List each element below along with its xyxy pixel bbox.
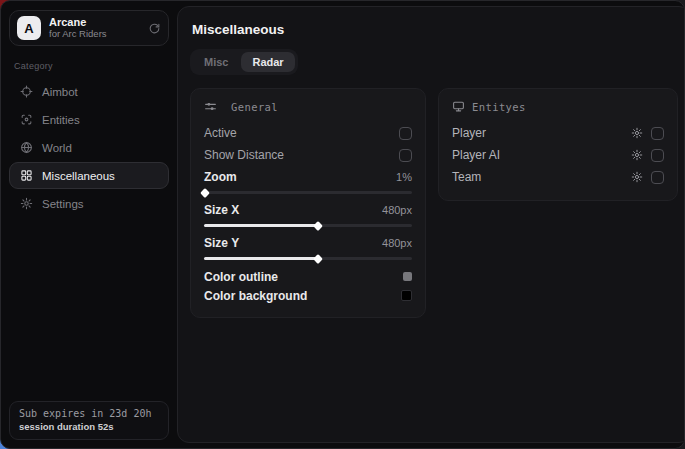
color-outline-swatch[interactable] xyxy=(403,272,412,281)
sidebar-item-label: World xyxy=(42,142,72,154)
size-y-value: 480px xyxy=(382,237,412,249)
size-x-row: Size X 480px xyxy=(204,201,412,219)
team-label: Team xyxy=(452,170,481,184)
size-y-slider-fill xyxy=(204,257,318,260)
size-x-slider-thumb[interactable] xyxy=(313,221,323,231)
color-background-row: Color background xyxy=(204,286,412,305)
sliders-icon xyxy=(204,100,217,113)
refresh-icon[interactable] xyxy=(148,22,161,35)
player-ai-label: Player AI xyxy=(452,148,500,162)
team-checkbox[interactable] xyxy=(651,171,664,184)
tab-radar[interactable]: Radar xyxy=(241,52,294,72)
sidebar-item-label: Settings xyxy=(42,198,84,210)
zoom-label: Zoom xyxy=(204,170,237,184)
player-controls xyxy=(631,127,664,140)
team-controls xyxy=(631,171,664,184)
zoom-value: 1% xyxy=(396,171,412,183)
brand-title: Arcane xyxy=(49,16,107,29)
player-ai-row: Player AI xyxy=(452,144,664,166)
sidebar-item-label: Miscellaneous xyxy=(42,170,115,182)
sidebar-item-label: Aimbot xyxy=(42,86,78,98)
subscription-expiry: Sub expires in 23d 20h xyxy=(19,408,159,419)
size-y-slider[interactable] xyxy=(204,257,412,260)
color-background-label: Color background xyxy=(204,289,307,303)
globe-icon xyxy=(20,141,33,154)
size-x-label: Size X xyxy=(204,203,239,217)
sidebar-item-settings[interactable]: Settings xyxy=(9,190,169,217)
sidebar-item-entities[interactable]: Entities xyxy=(9,106,169,133)
size-x-value: 480px xyxy=(382,204,412,216)
entities-panel-title: Entityes xyxy=(472,101,526,113)
size-y-row: Size Y 480px xyxy=(204,234,412,252)
grid-icon xyxy=(20,169,33,182)
tab-bar: Misc Radar xyxy=(190,49,298,75)
main-panel: Miscellaneous Misc Radar General xyxy=(177,6,685,443)
sidebar: A Arcane for Arc Riders Category Aimbot xyxy=(1,1,177,448)
category-label: Category xyxy=(14,61,164,71)
cards-row: General Active Show Distance Zoom 1% xyxy=(190,88,678,318)
player-label: Player xyxy=(452,126,486,140)
gear-icon xyxy=(20,197,33,210)
size-x-slider-fill xyxy=(204,224,318,227)
zoom-row: Zoom 1% xyxy=(204,168,412,186)
tab-misc[interactable]: Misc xyxy=(193,52,239,72)
general-panel: General Active Show Distance Zoom 1% xyxy=(190,88,426,318)
general-panel-title-text: General xyxy=(231,101,278,113)
sidebar-item-label: Entities xyxy=(42,114,80,126)
color-outline-label: Color outline xyxy=(204,270,278,284)
sidebar-item-world[interactable]: World xyxy=(9,134,169,161)
team-row: Team xyxy=(452,166,664,188)
app-window: A Arcane for Arc Riders Category Aimbot xyxy=(0,0,685,449)
team-settings-gear-icon[interactable] xyxy=(631,171,643,183)
player-row: Player xyxy=(452,122,664,144)
color-background-swatch[interactable] xyxy=(401,290,412,301)
player-ai-controls xyxy=(631,149,664,162)
active-label: Active xyxy=(204,126,237,140)
brand-logo-letter: A xyxy=(24,21,33,36)
scan-icon xyxy=(20,113,33,126)
brand-subtitle: for Arc Riders xyxy=(49,29,107,40)
sidebar-item-miscellaneous[interactable]: Miscellaneous xyxy=(9,162,169,189)
page-title: Miscellaneous xyxy=(192,22,676,37)
desktop-background: A Arcane for Arc Riders Category Aimbot xyxy=(0,0,685,449)
show-distance-checkbox[interactable] xyxy=(399,149,412,162)
player-checkbox[interactable] xyxy=(651,127,664,140)
brand-card: A Arcane for Arc Riders xyxy=(9,10,169,46)
session-duration: session duration 52s xyxy=(19,421,159,432)
monitor-icon xyxy=(452,100,465,113)
sidebar-nav: Aimbot Entities World xyxy=(9,78,169,217)
color-outline-row: Color outline xyxy=(204,267,412,286)
entities-panel: Entityes Player Player AI xyxy=(438,88,678,201)
subscription-card: Sub expires in 23d 20h session duration … xyxy=(9,401,169,440)
player-settings-gear-icon[interactable] xyxy=(631,127,643,139)
crosshair-icon xyxy=(20,85,33,98)
player-ai-checkbox[interactable] xyxy=(651,149,664,162)
brand-logo: A xyxy=(17,16,41,40)
show-distance-row: Show Distance xyxy=(204,144,412,166)
active-checkbox[interactable] xyxy=(399,127,412,140)
size-x-slider[interactable] xyxy=(204,224,412,227)
size-y-label: Size Y xyxy=(204,236,239,250)
entities-panel-header: Entityes xyxy=(452,100,664,113)
brand-text: Arcane for Arc Riders xyxy=(49,16,107,40)
zoom-slider-thumb[interactable] xyxy=(200,188,210,198)
zoom-slider[interactable] xyxy=(204,191,412,194)
active-row: Active xyxy=(204,122,412,144)
general-panel-header: General xyxy=(204,100,412,113)
sidebar-item-aimbot[interactable]: Aimbot xyxy=(9,78,169,105)
size-y-slider-thumb[interactable] xyxy=(313,254,323,264)
player-ai-settings-gear-icon[interactable] xyxy=(631,149,643,161)
show-distance-label: Show Distance xyxy=(204,148,284,162)
